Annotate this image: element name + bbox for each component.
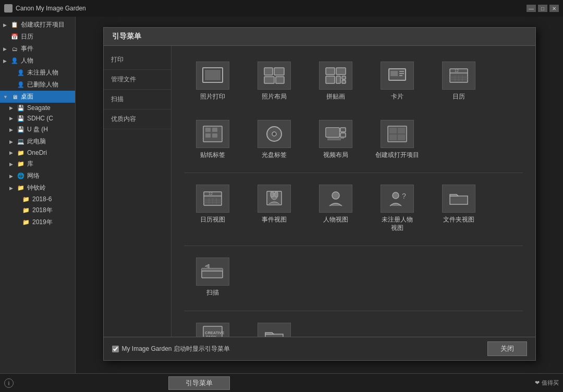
svg-rect-29 xyxy=(212,133,217,138)
sidebar-item-calendar[interactable]: 📅 日历 xyxy=(0,31,75,43)
icon-item-event-view[interactable]: 事件视图 xyxy=(246,179,303,237)
svg-rect-34 xyxy=(340,128,346,132)
sidebar-item-network[interactable]: ▶ 🌐 网络 xyxy=(0,170,75,182)
scan-icon-box xyxy=(196,258,229,286)
svg-rect-9 xyxy=(336,76,340,83)
create-open2-icon-box xyxy=(381,120,414,148)
event-view-icon-box xyxy=(258,185,291,213)
sdhc-icon: 💾 xyxy=(17,115,25,122)
svg-rect-6 xyxy=(326,68,335,75)
section-divider-3 xyxy=(184,311,523,311)
dialog-sidebar-item-print[interactable]: 打印 xyxy=(104,50,171,70)
sidebar-label: 钟钦岭 xyxy=(27,183,46,192)
guide-menu-taskbar-button[interactable]: 引导菜单 xyxy=(168,376,230,390)
icon-item-folder-view[interactable]: 文件夹视图 xyxy=(430,179,487,237)
brand-icon: ❤ xyxy=(535,379,540,386)
svg-rect-33 xyxy=(327,129,338,136)
svg-point-55 xyxy=(332,192,339,199)
sidebar-label: 桌面 xyxy=(21,92,33,101)
icon-item-scan[interactable]: 扫描 xyxy=(184,252,241,302)
svg-rect-5 xyxy=(276,77,284,83)
svg-rect-8 xyxy=(326,76,335,83)
svg-rect-40 xyxy=(398,128,405,133)
title-bar: Canon My Image Garden — □ ✕ xyxy=(0,0,563,17)
sidebar-item-desktop[interactable]: ▼ 🖥 桌面 xyxy=(0,91,75,103)
photo-print-label: 照片打印 xyxy=(200,93,225,101)
disc-label-label: 光盘标签 xyxy=(262,151,287,160)
icon-item-collage[interactable]: 拼贴画 xyxy=(307,56,364,106)
sidebar-item-library[interactable]: ▶ 📁 库 xyxy=(0,158,75,170)
icon-item-calendar-print[interactable]: 12 日历 xyxy=(430,56,487,106)
show-guide-label: My Image Garden 启动时显示引导菜单 xyxy=(122,345,230,353)
footer-checkbox-area: My Image Garden 启动时显示引导菜单 xyxy=(112,345,230,353)
sidebar-item-sdhc[interactable]: ▶ 💾 SDHC (C xyxy=(0,113,75,124)
icon-item-sticker[interactable]: 贴纸标签 xyxy=(184,115,241,165)
folder-view-label: 文件夹视图 xyxy=(443,216,474,224)
app-title: Canon My Image Garden xyxy=(16,5,86,12)
sidebar-label: 创建或打开项目 xyxy=(21,20,65,29)
sidebar-item-thispc[interactable]: ▶ 💻 此电脑 xyxy=(0,136,75,148)
sidebar-item-udisk[interactable]: ▶ 💾 U 盘 (H xyxy=(0,124,75,136)
photo-layout-label: 照片布局 xyxy=(262,93,287,101)
arrow-icon: ▶ xyxy=(9,127,15,132)
unregistered-icon: 👤 xyxy=(17,69,25,77)
svg-rect-3 xyxy=(274,68,284,75)
dialog-sidebar-item-manage[interactable]: 管理文件 xyxy=(104,70,171,90)
sidebar: ▶ 📋 创建或打开项目 📅 日历 ▶ 🗂 事件 ▶ 👤 人物 👤 未注册人物 👤 xyxy=(0,17,76,373)
collage-label: 拼贴画 xyxy=(326,93,345,101)
icon-item-video-layout[interactable]: 视频布局 xyxy=(307,115,364,165)
sidebar-label: 人物 xyxy=(21,56,33,65)
arrow-icon: ▶ xyxy=(3,58,8,64)
sidebar-label: 2018年 xyxy=(32,206,53,215)
icon-item-unregistered-view[interactable]: ? 未注册人物视图 xyxy=(369,179,426,237)
dialog-sidebar-item-premium[interactable]: 优质内容 xyxy=(104,109,171,129)
sidebar-item-zhongkouling[interactable]: ▶ 📁 钟钦岭 xyxy=(0,182,75,194)
minimize-button[interactable]: — xyxy=(527,5,536,12)
sidebar-item-onedrive[interactable]: ▶ 📁 OneDri xyxy=(0,148,75,158)
dialog-sidebar-item-scan[interactable]: 扫描 xyxy=(104,90,171,109)
icon-item-create-open2[interactable]: 创建或打开项目 xyxy=(369,115,426,165)
scan-label: 扫描 xyxy=(206,289,219,297)
sidebar-item-seagate[interactable]: ▶ 💾 Seagate xyxy=(0,103,75,113)
dialog-sidebar: 打印 管理文件 扫描 优质内容 xyxy=(104,46,172,337)
seagate-icon: 💾 xyxy=(17,104,25,112)
svg-text:12: 12 xyxy=(209,192,213,195)
sidebar-item-folder2018b[interactable]: 📁 2018年 xyxy=(0,204,75,216)
section-divider-2 xyxy=(184,246,523,246)
guide-menu-dialog: 引导菜单 打印 管理文件 扫描 优质内容 xyxy=(103,27,536,361)
sidebar-item-person[interactable]: ▶ 👤 人物 xyxy=(0,55,75,67)
sidebar-item-folder2019[interactable]: 📁 2019年 xyxy=(0,216,75,228)
icon-item-downloaded-premium[interactable]: 已下载的优质内容 xyxy=(246,317,303,337)
close-button[interactable]: ✕ xyxy=(549,5,559,12)
card-label: 卡片 xyxy=(391,93,403,101)
svg-rect-54 xyxy=(275,192,278,197)
sidebar-label: 2018-6 xyxy=(32,195,52,203)
folder-icon: 📁 xyxy=(22,207,30,214)
icon-item-photo-layout[interactable]: 照片布局 xyxy=(246,56,303,106)
icon-item-calendar-view[interactable]: 12 日历视图 xyxy=(184,179,241,237)
show-guide-checkbox[interactable] xyxy=(112,346,119,352)
dialog-content: 照片打印 xyxy=(172,46,535,337)
dialog-close-button[interactable]: 关闭 xyxy=(487,341,527,356)
sidebar-item-create-open[interactable]: ▶ 📋 创建或打开项目 xyxy=(0,19,75,31)
icon-item-card[interactable]: 卡片 xyxy=(369,56,426,106)
maximize-button[interactable]: □ xyxy=(538,5,547,12)
icon-item-disc-label[interactable]: 光盘标签 xyxy=(246,115,303,165)
sidebar-item-unregistered[interactable]: 👤 未注册人物 xyxy=(0,67,75,79)
icon-item-photo-print[interactable]: 照片打印 xyxy=(184,56,241,106)
sidebar-label: Seagate xyxy=(27,104,51,112)
arrow-icon: ▶ xyxy=(9,105,15,111)
sidebar-item-deleted[interactable]: 👤 已删除人物 xyxy=(0,79,75,91)
sidebar-item-event[interactable]: ▶ 🗂 事件 xyxy=(0,43,75,55)
info-button[interactable]: i xyxy=(4,378,14,388)
svg-rect-4 xyxy=(264,77,274,83)
sidebar-label: SDHC (C xyxy=(27,115,53,122)
sticker-label: 贴纸标签 xyxy=(200,151,225,160)
sidebar-item-folder2018a[interactable]: 📁 2018-6 xyxy=(0,194,75,204)
svg-rect-1 xyxy=(205,70,221,80)
icon-item-person-view[interactable]: 人物视图 xyxy=(307,179,364,237)
icon-item-download-premium[interactable]: CREATIVE PARK PREMIUM 下载优质内容 xyxy=(184,317,241,337)
svg-rect-10 xyxy=(342,76,346,79)
person-view-label: 人物视图 xyxy=(323,216,348,224)
folder-icon: 📁 xyxy=(22,195,30,203)
